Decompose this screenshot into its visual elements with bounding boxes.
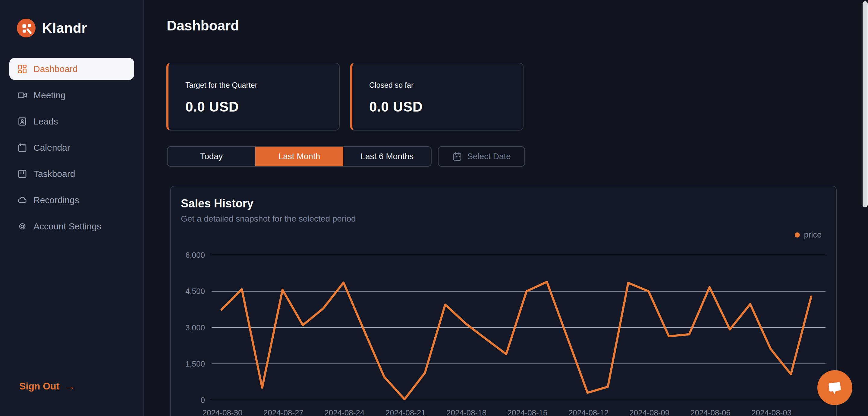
- klandr-logo-icon: [17, 19, 36, 37]
- stat-value: 0.0 USD: [185, 98, 339, 115]
- x-tick-label: 2024-08-21: [385, 408, 426, 416]
- gear-icon: [17, 221, 27, 232]
- sidebar-item-meeting[interactable]: Meeting: [9, 84, 134, 106]
- sidebar-item-label: Recordings: [33, 195, 79, 205]
- select-date-button[interactable]: Select Date: [438, 146, 525, 167]
- x-axis-labels: 2024-08-302024-08-272024-08-242024-08-21…: [209, 408, 830, 416]
- sales-line-chart: [209, 251, 830, 405]
- period-tab-group: TodayLast MonthLast 6 Months: [167, 146, 432, 167]
- sidebar: Klandr DashboardMeetingLeadsCalendarTask…: [0, 0, 144, 416]
- x-tick-label: 2024-08-24: [324, 408, 364, 416]
- sidebar-nav: DashboardMeetingLeadsCalendarTaskboardRe…: [9, 58, 134, 241]
- stat-cards: Target for the Quarter 0.0 USD Closed so…: [166, 63, 524, 130]
- closed-so-far-card: Closed so far 0.0 USD: [350, 63, 524, 130]
- x-tick-label: 2024-08-09: [629, 408, 670, 416]
- tab-today[interactable]: Today: [167, 147, 255, 166]
- y-axis-labels: 01,5003,0004,5006,000: [171, 251, 205, 405]
- y-tick-label: 6,000: [171, 250, 205, 260]
- brand-name: Klandr: [42, 20, 87, 36]
- sidebar-item-calendar[interactable]: Calendar: [9, 137, 134, 158]
- x-tick-label: 2024-08-12: [568, 408, 609, 416]
- sidebar-item-label: Calendar: [33, 143, 70, 153]
- tab-last-6-months[interactable]: Last 6 Months: [343, 147, 431, 166]
- sidebar-item-dashboard[interactable]: Dashboard: [9, 58, 134, 80]
- arrow-right-icon: →: [65, 380, 75, 392]
- page-title: Dashboard: [167, 18, 239, 34]
- chat-bubble-icon: [826, 378, 844, 397]
- sidebar-item-recordings[interactable]: Recordings: [9, 189, 134, 211]
- chart-title: Sales History: [181, 197, 253, 210]
- target-quarter-card: Target for the Quarter 0.0 USD: [166, 63, 340, 130]
- sign-out-label: Sign Out: [19, 381, 59, 392]
- sidebar-item-label: Account Settings: [33, 221, 101, 232]
- x-tick-label: 2024-08-06: [690, 408, 731, 416]
- y-tick-label: 3,000: [171, 323, 205, 332]
- chat-button[interactable]: [817, 370, 852, 405]
- gridlines: [212, 255, 826, 400]
- legend-label: price: [804, 230, 822, 240]
- stat-label: Closed so far: [369, 81, 523, 90]
- y-tick-label: 4,500: [171, 287, 205, 296]
- video-camera-icon: [17, 90, 27, 100]
- x-tick-label: 2024-08-30: [203, 408, 243, 416]
- sidebar-item-label: Meeting: [33, 90, 66, 100]
- calendar-icon: [17, 143, 27, 153]
- legend-item-price[interactable]: price: [795, 230, 822, 240]
- kanban-board-icon: [17, 169, 27, 179]
- brand: Klandr: [17, 19, 87, 37]
- sidebar-item-label: Dashboard: [33, 64, 78, 74]
- price-series-line: [221, 282, 811, 399]
- calendar-icon: [452, 151, 462, 161]
- contact-card-icon: [17, 116, 27, 127]
- tab-last-month[interactable]: Last Month: [255, 147, 343, 166]
- legend-dot-icon: [795, 232, 800, 238]
- cloud-icon: [17, 195, 27, 205]
- x-tick-label: 2024-08-15: [507, 408, 548, 416]
- line-chart-plot: [209, 251, 830, 405]
- x-tick-label: 2024-08-03: [751, 408, 792, 416]
- select-date-label: Select Date: [467, 152, 511, 161]
- sidebar-item-label: Taskboard: [33, 169, 75, 179]
- x-tick-label: 2024-08-18: [446, 408, 487, 416]
- x-tick-label: 2024-08-27: [264, 408, 304, 416]
- dashboard-grid-icon: [17, 64, 27, 74]
- sidebar-item-label: Leads: [33, 116, 58, 127]
- sidebar-item-account-settings[interactable]: Account Settings: [9, 215, 134, 237]
- sign-out-button[interactable]: Sign Out →: [19, 380, 75, 392]
- stat-value: 0.0 USD: [369, 98, 523, 115]
- period-filter-bar: TodayLast MonthLast 6 Months Select Date: [167, 146, 525, 167]
- sales-history-card: Sales History Get a detailed snapshot fo…: [170, 186, 837, 416]
- stat-label: Target for the Quarter: [185, 81, 339, 90]
- scrollbar-thumb[interactable]: [863, 1, 868, 207]
- sidebar-item-taskboard[interactable]: Taskboard: [9, 163, 134, 185]
- y-tick-label: 1,500: [171, 359, 205, 369]
- y-tick-label: 0: [171, 395, 205, 405]
- chart-subtitle: Get a detailed snapshot for the selected…: [181, 214, 356, 224]
- sidebar-item-leads[interactable]: Leads: [9, 110, 134, 132]
